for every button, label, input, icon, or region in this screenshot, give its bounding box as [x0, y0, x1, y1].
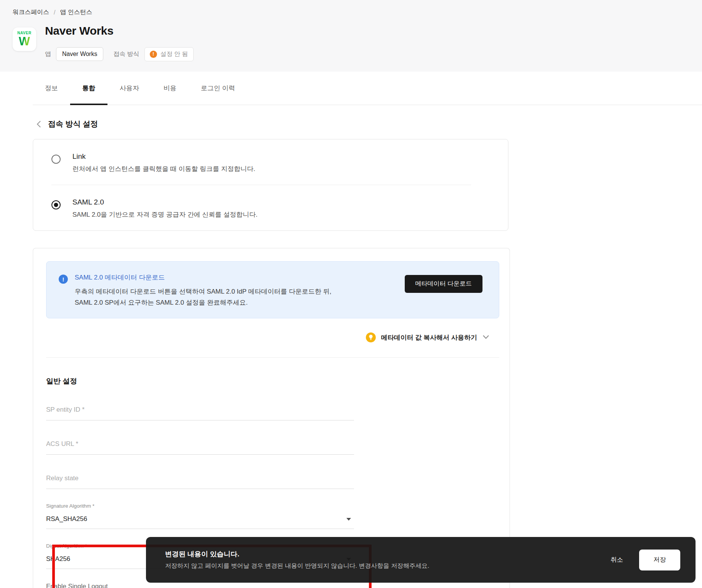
tab-cost[interactable]: 비용 — [151, 72, 189, 105]
metadata-download-button[interactable]: 메타데이터 다운로드 — [405, 275, 482, 293]
general-settings-title: 일반 설정 — [46, 376, 499, 386]
sp-entity-id-input[interactable] — [46, 398, 354, 420]
toast-text: 변경된 내용이 있습니다. 저장하지 않고 페이지를 벗어날 경우 변경된 내용… — [165, 550, 611, 570]
digest-algorithm-value: SHA256 — [46, 555, 70, 563]
radio-link[interactable] — [51, 155, 61, 164]
toast-description: 저장하지 않고 페이지를 벗어날 경우 변경된 내용이 반영되지 않습니다. 변… — [165, 562, 611, 570]
lightbulb-icon — [366, 332, 376, 342]
signature-algorithm-value: RSA_SHA256 — [46, 515, 87, 523]
signature-algorithm-select[interactable]: RSA_SHA256 — [46, 514, 354, 529]
section-divider — [46, 357, 499, 358]
warning-icon: ! — [150, 51, 157, 58]
enable-single-logout-label: Enable Single Logout — [46, 583, 354, 588]
relay-state-input[interactable] — [46, 467, 354, 489]
option-link-title: Link — [72, 151, 255, 161]
section-title: 접속 방식 설정 — [48, 119, 98, 129]
access-method-card: Link 런처에서 앱 인스턴스를 클릭했을 때 이동할 링크를 지정합니다. … — [33, 139, 508, 231]
radio-saml-selected[interactable] — [51, 200, 61, 209]
app-name-chip: Naver Works — [56, 47, 103, 61]
acs-url-field-wrap — [46, 433, 354, 455]
access-method-label: 접속 방식 — [113, 50, 139, 58]
app-meta-row: 앱 Naver Works 접속 방식 ! 설정 안 됨 — [45, 46, 194, 62]
page-title: Naver Works — [45, 24, 114, 37]
option-saml-title: SAML 2.0 — [72, 197, 258, 207]
option-saml-description: SAML 2.0을 기반으로 자격 증명 공급자 간에 신뢰를 설정합니다. — [72, 210, 258, 219]
chevron-down-icon — [482, 334, 489, 341]
status-badge-label: 설정 안 됨 — [160, 50, 188, 58]
relay-state-field-wrap — [46, 467, 354, 489]
status-badge: ! 설정 안 됨 — [144, 47, 194, 61]
tab-bar: 정보 통합 사용자 비용 로그인 이력 — [33, 72, 702, 105]
breadcrumb-app-instance: 앱 인스턴스 — [60, 8, 92, 16]
main-content: 정보 통합 사용자 비용 로그인 이력 접속 방식 설정 Link 런처에서 앱… — [0, 72, 702, 588]
option-link[interactable]: Link 런처에서 앱 인스턴스를 클릭했을 때 이동할 링크를 지정합니다. — [33, 139, 508, 185]
tab-info[interactable]: 정보 — [33, 72, 70, 105]
naver-works-logo: NAVER W — [13, 27, 36, 51]
info-box-line2: SAML 2.0 SP에서 요구하는 SAML 2.0 설정을 완료해주세요. — [75, 297, 499, 308]
save-button[interactable]: 저장 — [639, 550, 680, 570]
tab-integration[interactable]: 통합 — [70, 72, 107, 105]
cancel-button[interactable]: 취소 — [611, 556, 623, 564]
signature-algorithm-label: Signature Algorithm * — [46, 503, 354, 509]
unsaved-changes-toast: 변경된 내용이 있습니다. 저장하지 않고 페이지를 벗어날 경우 변경된 내용… — [146, 537, 696, 583]
metadata-copy-toggle[interactable]: 메타데이터 값 복사해서 사용하기 — [46, 331, 499, 344]
section-header: 접속 방식 설정 — [36, 119, 702, 129]
info-icon: ! — [59, 275, 68, 284]
breadcrumb-workspace[interactable]: 워크스페이스 — [13, 8, 49, 16]
page-header: 워크스페이스 / 앱 인스턴스 NAVER W Naver Works 앱 Na… — [0, 0, 702, 72]
sp-entity-id-field-wrap — [46, 398, 354, 420]
acs-url-input[interactable] — [46, 433, 354, 455]
tab-login-history[interactable]: 로그인 이력 — [189, 72, 247, 105]
breadcrumb: 워크스페이스 / 앱 인스턴스 — [13, 8, 92, 16]
metadata-info-box: ! SAML 2.0 메타데이터 다운로드 우측의 메타데이터 다운로드 버튼을… — [46, 261, 499, 318]
app-label: 앱 — [45, 50, 51, 58]
option-link-description: 런처에서 앱 인스턴스를 클릭했을 때 이동할 링크를 지정합니다. — [72, 165, 255, 174]
option-saml[interactable]: SAML 2.0 SAML 2.0을 기반으로 자격 증명 공급자 간에 신뢰를… — [33, 185, 508, 230]
breadcrumb-separator: / — [54, 9, 55, 16]
toast-title: 변경된 내용이 있습니다. — [165, 550, 611, 559]
signature-algorithm-field: Signature Algorithm * RSA_SHA256 — [46, 503, 354, 529]
back-chevron-icon[interactable] — [36, 121, 43, 128]
tab-users[interactable]: 사용자 — [107, 72, 151, 105]
dropdown-caret-icon — [346, 518, 351, 521]
logo-letter: W — [19, 35, 30, 48]
metadata-copy-label: 메타데이터 값 복사해서 사용하기 — [381, 333, 477, 342]
